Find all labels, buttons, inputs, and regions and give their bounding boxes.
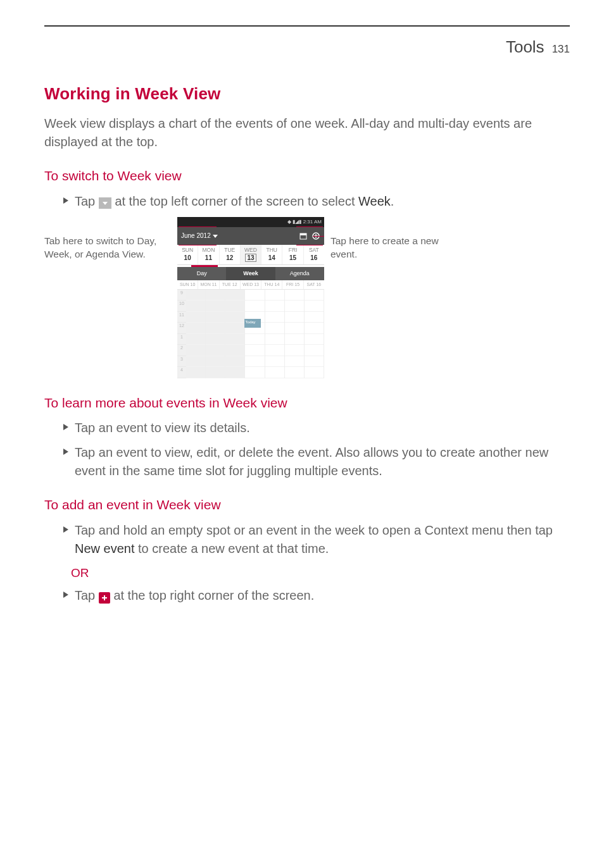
switch-text-bold: Week [358, 194, 391, 208]
svg-marker-11 [63, 592, 68, 598]
switch-text-mid: at the top left corner of the screen to … [115, 194, 358, 208]
svg-marker-8 [63, 424, 68, 430]
dropdown-icon [99, 197, 111, 209]
month-dropdown[interactable]: June 2012 [181, 232, 218, 241]
heading-learn-more: To learn more about events in Week view [44, 394, 570, 412]
page-number: 131 [552, 43, 570, 55]
heading-switch-week: To switch to Week view [44, 166, 570, 185]
phone-screenshot: ◆ ▮◢▮ 2:31 AM June 2012 SUN [177, 217, 324, 378]
tab-day[interactable]: Day [177, 267, 226, 280]
intro-paragraph: Week view displays a chart of the events… [44, 115, 570, 151]
svg-marker-10 [63, 526, 68, 533]
today-icon[interactable] [299, 232, 308, 240]
signal-icon: ◆ ▮◢▮ [287, 219, 303, 225]
svg-marker-2 [213, 235, 218, 238]
week-day-headers: SUN 10 MON 11 TUE 12 WED 13 THU 14 FRI 1… [177, 280, 324, 290]
week-grid[interactable]: 91011121234 Today [177, 290, 324, 378]
annotation-right: Tap here to create a new event. [324, 217, 457, 378]
status-bar: ◆ ▮◢▮ 2:31 AM [177, 217, 324, 227]
tab-week[interactable]: Week [226, 267, 275, 280]
svg-marker-1 [103, 202, 108, 205]
switch-text-post: . [391, 194, 394, 208]
bullet-icon [63, 526, 68, 533]
svg-rect-4 [300, 233, 306, 235]
bullet-add-2: Tap at the top right corner of the scree… [63, 586, 570, 605]
switch-text-pre: Tap [75, 194, 99, 208]
svg-marker-0 [63, 197, 68, 204]
bullet-icon [63, 424, 68, 430]
bullet-learn-2: Tap an event to view, edit, or delete th… [63, 443, 570, 480]
bullet-icon [63, 592, 68, 598]
event-chip[interactable]: Today [244, 319, 261, 328]
tab-agenda[interactable]: Agenda [275, 267, 324, 280]
view-tabs[interactable]: Day Week Agenda [177, 267, 324, 280]
bullet-icon [63, 449, 68, 455]
bullet-add-1: Tap and hold an empty spot or an event i… [63, 521, 570, 558]
plus-icon [99, 592, 110, 604]
svg-marker-9 [63, 449, 68, 455]
page-header: Tools 131 [44, 35, 570, 59]
section-title: Tools [506, 37, 544, 56]
heading-working-week-view: Working in Week View [44, 82, 570, 106]
bullet-switch: Tap at the top left corner of the screen… [63, 192, 570, 211]
or-label: OR [71, 564, 570, 582]
app-bar: June 2012 [177, 227, 324, 245]
annotation-left: Tab here to switch to Day, Week, or Agen… [44, 217, 177, 378]
bullet-icon [63, 197, 68, 204]
date-selector-row[interactable]: SUN10 MON11 TUE12 WED13 THU14 FRI15 SAT1… [177, 245, 324, 265]
bullet-learn-1: Tap an event to view its details. [63, 419, 570, 437]
heading-add-event: To add an event in Week view [44, 495, 570, 514]
